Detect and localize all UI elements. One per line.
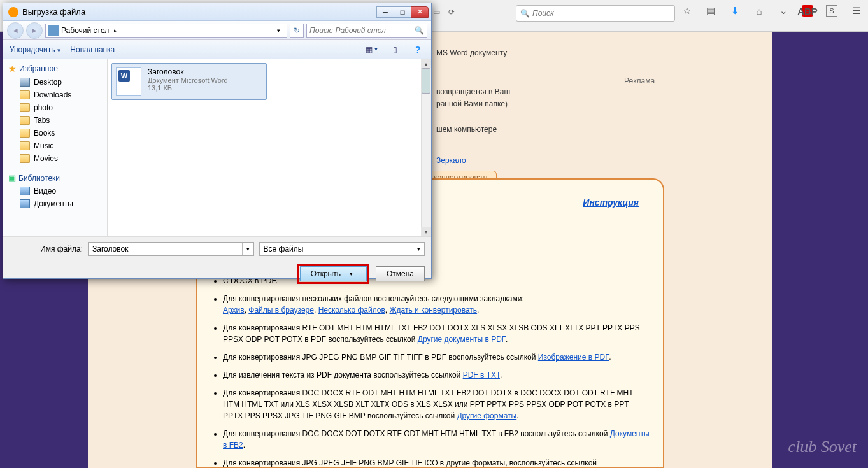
refresh-button[interactable]: ↻ [290, 24, 304, 38]
desktop-icon [48, 25, 59, 36]
bullet-item: Для конвертирования RTF ODT MHT HTM HTML… [223, 322, 650, 345]
search-icon: 🔍 [520, 9, 530, 18]
link[interactable]: Другие документы в PDF [418, 335, 506, 344]
bookmark-icon[interactable]: ☆ [681, 5, 692, 17]
library-item-icon [20, 199, 30, 208]
organize-menu[interactable]: Упорядочить▼ [10, 45, 61, 54]
desktop-icon [20, 78, 30, 87]
menu-icon[interactable]: ☰ [850, 5, 862, 17]
mirror-link[interactable]: Зеркало [436, 156, 466, 165]
view-menu-icon[interactable]: ▦▼ [365, 43, 379, 57]
bullet-item: Для конвертирования DOC DOCX DOT DOTX RT… [223, 428, 650, 451]
home-icon[interactable]: ⌂ [753, 5, 765, 17]
minimize-button[interactable]: ─ [376, 6, 394, 18]
nav-forward-icon[interactable]: ► [26, 22, 43, 39]
breadcrumb-dropdown-icon[interactable]: ▾ [273, 24, 284, 37]
link[interactable]: PDF в TXT [463, 371, 500, 379]
tree-item-movies[interactable]: Movies [3, 152, 107, 165]
tree-item-tabs[interactable]: Tabs [3, 114, 107, 127]
browser-search[interactable]: 🔍 [516, 5, 675, 22]
maximize-button[interactable]: □ [394, 6, 411, 18]
folder-icon [20, 116, 30, 125]
open-button[interactable]: Открыть▾ [300, 266, 367, 281]
nav-back-icon[interactable]: ◄ [7, 22, 24, 39]
tree-item-photo[interactable]: photo [3, 101, 107, 114]
link[interactable]: Файлы в браузере [248, 306, 314, 315]
filetype-combo[interactable]: ▾ [259, 242, 425, 256]
file-list[interactable]: Заголовок Документ Microsoft Word 13,1 К… [108, 59, 431, 236]
filename-label: Имя файла: [10, 245, 83, 253]
breadcrumb[interactable]: Рабочий стол ▸ ▾ [45, 24, 287, 38]
help-icon[interactable]: ? [411, 43, 425, 57]
tree-item-desktop[interactable]: Desktop [3, 76, 107, 89]
link[interactable]: Документы в FB2 [223, 429, 650, 450]
preview-pane-icon[interactable]: ▯ [388, 43, 402, 57]
scroll-down-icon[interactable]: ▾ [421, 227, 431, 236]
dialog-navbar: ◄ ► Рабочий стол ▸ ▾ ↻ 🔍 [3, 21, 431, 40]
nav-tree[interactable]: ★Избранное DesktopDownloadsphotoTabsBook… [3, 59, 108, 236]
bullet-item: Для конвертирования JPG JPEG PNG BMP GIF… [223, 351, 650, 363]
dialog-search[interactable]: 🔍 [306, 24, 427, 38]
reader-icon[interactable]: ▭ [433, 8, 445, 19]
dialog-toolbar: Упорядочить▼ Новая папка ▦▼ ▯ ? [3, 40, 431, 59]
scroll-thumb[interactable] [422, 68, 430, 94]
instructions-link[interactable]: Инструкция [583, 197, 639, 208]
search-icon: 🔍 [415, 26, 424, 35]
dialog-search-input[interactable] [309, 26, 412, 35]
bullet-item: Для конвертирования DOC DOCX RTF ODT MHT… [223, 387, 650, 422]
link[interactable]: Ждать и конвертировать [390, 306, 478, 315]
filename-dropdown-icon[interactable]: ▾ [242, 243, 253, 255]
link[interactable]: Изображение в PDF [538, 353, 609, 362]
download-icon[interactable]: ⬇ [729, 5, 741, 17]
dialog-footer: Имя файла: ▾ ▾ Открыть▾ Отмена [3, 236, 431, 278]
file-name: Заголовок [148, 67, 228, 76]
bullet-item: Для конвертирования JPG JPEG JFIF PNG BM… [223, 457, 650, 468]
close-button[interactable]: ✕ [411, 6, 429, 18]
reload-icon[interactable]: ⟳ [448, 8, 460, 19]
ad-label: Реклама [624, 76, 655, 85]
link[interactable]: Другие форматы [457, 411, 516, 420]
firefox-icon [8, 7, 18, 17]
libraries-icon: ▣ [8, 173, 16, 183]
file-item[interactable]: Заголовок Документ Microsoft Word 13,1 К… [111, 63, 267, 100]
bullet-item: Для извлечения текста из PDF документа в… [223, 369, 650, 381]
scrollbar[interactable]: ▴ ▾ [421, 59, 431, 236]
s-icon[interactable]: S [826, 5, 837, 17]
filetype-value [260, 245, 413, 253]
bullet-item: Для конвертирования нескольких файлов во… [223, 293, 650, 316]
link[interactable]: Несколько файлов [318, 306, 385, 315]
file-size: 13,1 КБ [148, 84, 228, 92]
file-dialog: Выгрузка файла ─ □ ✕ ◄ ► Рабочий стол ▸ … [3, 3, 432, 279]
library-item-icon [20, 187, 30, 195]
behind-text: MS Word документу возвращается в Ваш ран… [436, 38, 665, 167]
new-folder-button[interactable]: Новая папка [70, 45, 115, 54]
filename-combo[interactable]: ▾ [88, 242, 254, 256]
folder-icon [20, 141, 30, 150]
browser-search-input[interactable] [532, 9, 671, 18]
file-type: Документ Microsoft Word [148, 76, 228, 84]
libraries-header[interactable]: ▣Библиотеки [3, 171, 107, 185]
open-dropdown-icon[interactable]: ▾ [346, 267, 356, 281]
link[interactable]: Архив [223, 306, 245, 315]
star-icon: ★ [8, 64, 17, 74]
folder-icon [20, 90, 30, 99]
filename-input[interactable] [89, 245, 242, 253]
scroll-up-icon[interactable]: ▴ [421, 59, 431, 68]
folder-icon [20, 154, 30, 163]
library-icon[interactable]: ▤ [705, 5, 716, 17]
tree-item[interactable]: Видео [3, 185, 107, 197]
tree-item-downloads[interactable]: Downloads [3, 89, 107, 101]
favorites-header[interactable]: ★Избранное [3, 62, 107, 76]
abp-icon[interactable]: ABP [802, 5, 813, 17]
cancel-button[interactable]: Отмена [376, 266, 425, 281]
breadcrumb-label: Рабочий стол [61, 26, 109, 35]
dialog-title: Выгрузка файла [22, 7, 85, 17]
tree-item-books[interactable]: Books [3, 127, 107, 139]
open-highlight: Открыть▾ [297, 264, 369, 284]
tree-item-music[interactable]: Music [3, 139, 107, 152]
filetype-dropdown-icon[interactable]: ▾ [413, 243, 424, 255]
pocket-icon[interactable]: ⌄ [778, 5, 789, 17]
dialog-titlebar[interactable]: Выгрузка файла ─ □ ✕ [3, 3, 431, 21]
word-doc-icon [116, 67, 141, 96]
tree-item[interactable]: Документы [3, 197, 107, 210]
